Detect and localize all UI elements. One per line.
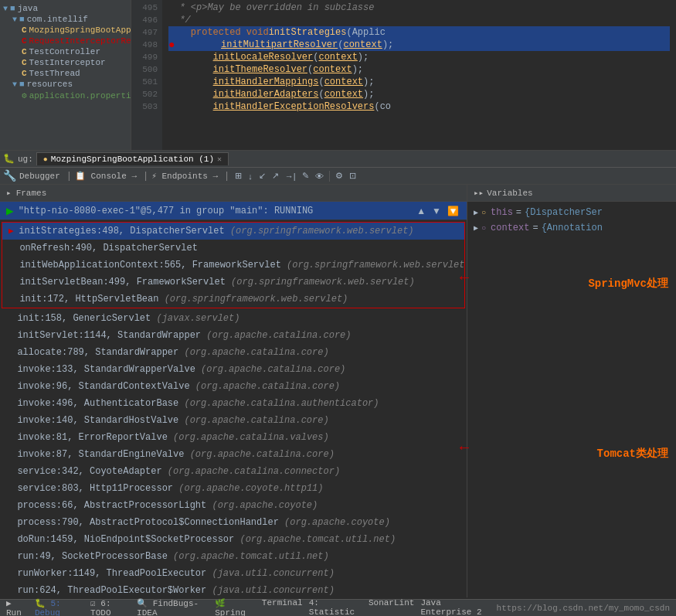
folder-icon: ▼ [3, 5, 8, 13]
frames-collapse-icon: ▸ [6, 188, 12, 198]
tomcat-arrow: ← [460, 439, 469, 457]
springmvc-label: SpringMvc处理 [588, 277, 668, 290]
thread-filter-btn[interactable]: 🔽 [446, 206, 460, 216]
stack-frame-0[interactable]: ▶ initStrategies:498, DispatcherServlet … [2, 223, 464, 240]
endpoints-label[interactable]: ⚡ Endpoints → [151, 171, 218, 181]
stack-frame-1[interactable]: onRefresh:490, DispatcherServlet [2, 240, 464, 257]
tree-testinterceptor[interactable]: C TestInterceptor [0, 57, 131, 68]
debug-tab-bottom[interactable]: 🐛 5: Debug [35, 598, 84, 616]
step-out-btn[interactable]: ↗ [270, 170, 281, 182]
sonarlint-tab[interactable]: SonarLint [369, 598, 414, 616]
tree-mozping[interactable]: C MozpingSpringBootApplication [0, 25, 131, 36]
code-line-502: initHandlerAdapters(context); [168, 88, 670, 100]
bottom-tabs-bar: 🔧 Debugger | 📋 Console → | ⚡ Endpoints →… [0, 168, 676, 185]
stack-frame-18[interactable]: doRun:1459, NioEndpoint$SocketProcessor … [0, 531, 467, 548]
request-label: RequestInterceptorRegister [29, 36, 131, 46]
stack-frame-7[interactable]: allocate:789, StandardWrapper (org.apach… [0, 344, 467, 361]
code-line-503: initHandlerExceptionResolvers(co [168, 100, 670, 113]
javaenterprise-tab[interactable]: Java Enterprise 2 [420, 598, 496, 616]
var-value-this: {DispatcherSer [525, 207, 603, 218]
stack-frame-11[interactable]: invoke:140, StandardHostValve (org.apach… [0, 412, 467, 429]
var-expand-this[interactable]: ▶ [474, 208, 478, 217]
watch-btn[interactable]: 👁 [313, 171, 326, 182]
tree-request[interactable]: C RequestInterceptorRegister [0, 36, 131, 46]
selected-frame-box: ▶ initStrategies:498, DispatcherServlet … [2, 222, 465, 308]
var-name-this: this [491, 207, 513, 218]
stack-frame-13[interactable]: invoke:87, StandardEngineValve (org.apac… [0, 446, 467, 463]
settings-btn[interactable]: ⚙ [333, 170, 345, 182]
run-to-cursor-btn[interactable]: →| [283, 171, 298, 182]
code-line-495: * <p>May be overridden in subclasse [168, 2, 670, 14]
stack-frame-15[interactable]: service:803, Http11Processor (org.apache… [0, 480, 467, 497]
code-line-499: initLocaleResolver(context); [168, 51, 670, 63]
stack-frame-9[interactable]: invoke:96, StandardContextValve (org.apa… [0, 378, 467, 395]
breakpoint-dot: ● [168, 39, 175, 51]
class-icon-request: C [22, 36, 27, 46]
console-label[interactable]: 📋 Console → [75, 171, 137, 181]
stack-frame-8[interactable]: invoke:133, StandardWrapperValve (org.ap… [0, 361, 467, 378]
frames-label: Frames [16, 189, 47, 198]
tree-java[interactable]: ▼ ■ java [0, 3, 131, 14]
tab-close-btn[interactable]: ✕ [217, 155, 222, 164]
todo-tab[interactable]: ☑ 6: TODO [90, 598, 131, 616]
stack-frame-17[interactable]: process:790, AbstractProtocol$Connection… [0, 514, 467, 531]
class-icon-testint: C [22, 58, 27, 67]
tree-com[interactable]: ▼ ■ com.intellif [0, 14, 131, 25]
stack-frame-16[interactable]: process:66, AbstractProcessorLight (org.… [0, 497, 467, 514]
thread-run-icon: ▶ [6, 203, 14, 219]
stack-frame-20[interactable]: runWorker:1149, ThreadPoolExecutor (java… [0, 565, 467, 582]
debug-tab-label: ug: [18, 155, 33, 164]
code-content: * <p>May be overridden in subclasse */ p… [162, 0, 676, 150]
tree-appprops[interactable]: ⚙ application.properties [0, 90, 131, 101]
step-over-btn[interactable]: ↓ [246, 171, 255, 182]
main-debug-tab[interactable]: ● MozpingSpringBootApplication (1) ✕ [36, 152, 229, 165]
run-tab[interactable]: ▶ Run [6, 598, 29, 616]
thread-down-btn[interactable]: ▼ [430, 206, 443, 216]
statistic-tab[interactable]: 4: Statistic [309, 598, 362, 616]
run-arrow: ▶ [8, 226, 19, 236]
var-type-icon-this: ○ [481, 209, 486, 217]
var-expand-context[interactable]: ▶ [474, 223, 478, 233]
code-line-500: initThemeResolver(context); [168, 63, 670, 76]
java-label: java [18, 4, 38, 13]
var-row-context[interactable]: ▶ ○ context = {Annotation [474, 220, 670, 236]
stack-frame-2[interactable]: initWebApplicationContext:565, Framework… [2, 257, 464, 274]
show-execution-btn[interactable]: ⊞ [233, 170, 244, 182]
thread-row[interactable]: ▶ "http-nio-8080-exec-1"@5,477 in group … [0, 202, 467, 220]
stack-frame-14[interactable]: service:342, CoyoteAdapter (org.apache.c… [0, 463, 467, 480]
frames-panel: ▸ Frames ▶ "http-nio-8080-exec-1"@5,477 … [0, 185, 467, 597]
folder-java-label: ■ [10, 4, 15, 13]
evaluate-btn[interactable]: ✎ [300, 170, 311, 182]
variables-label: Variables [487, 189, 532, 198]
thread-text: "http-nio-8080-exec-1"@5,477 in group "m… [19, 206, 314, 216]
var-value-context: {Annotation [542, 223, 603, 233]
var-row-this[interactable]: ▶ ○ this = {DispatcherSer [474, 205, 670, 220]
resources-label: resources [27, 80, 73, 89]
stack-frame-19[interactable]: run:49, SocketProcessorBase (org.apache.… [0, 548, 467, 565]
appprops-label: application.properties [29, 91, 131, 100]
spring-tab[interactable]: 🌿 Spring [215, 598, 256, 616]
var-type-icon-ctx: ○ [481, 224, 486, 233]
stack-frame-6[interactable]: initServlet:1144, StandardWrapper (org.a… [0, 327, 467, 344]
stack-frame-5[interactable]: init:158, GenericServlet (javax.servlet) [0, 310, 467, 327]
stack-frame-12[interactable]: invoke:81, ErrorReportValve (org.apache.… [0, 429, 467, 446]
stack-frame-4[interactable]: init:172, HttpServletBean (org.springfra… [2, 291, 464, 308]
terminal-tab[interactable]: Terminal [262, 598, 303, 616]
folder-res-icon: ■ [19, 80, 25, 89]
tree-resources[interactable]: ▼ ■ resources [0, 79, 131, 90]
layout-btn[interactable]: ⊡ [347, 170, 358, 182]
variables-content: ▶ ○ this = {DispatcherSer ▶ ○ context = … [467, 202, 676, 597]
main-tab-text: MozpingSpringBootApplication (1) [51, 155, 214, 164]
stack-frame-21[interactable]: run:624, ThreadPoolExecutor$Worker (java… [0, 582, 467, 597]
variables-header: ▸▸ Variables [467, 185, 676, 202]
tree-testcontroller[interactable]: C TestController [0, 46, 131, 57]
stack-frame-3[interactable]: initServletBean:499, FrameworkServlet (o… [2, 274, 464, 291]
class-icon-mozping: C [22, 26, 27, 35]
thread-controls: ▲ ▼ 🔽 [415, 206, 460, 216]
findbugs-tab[interactable]: 🔍 FindBugs-IDEA [137, 598, 209, 616]
tree-testthread[interactable]: C TestThread [0, 68, 131, 79]
tomcat-annotation: Tomcat类处理 [597, 447, 668, 461]
step-into-btn[interactable]: ↙ [256, 170, 268, 182]
stack-frame-10[interactable]: invoke:496, AuthenticatorBase (org.apach… [0, 395, 467, 412]
thread-up-btn[interactable]: ▲ [415, 206, 427, 216]
